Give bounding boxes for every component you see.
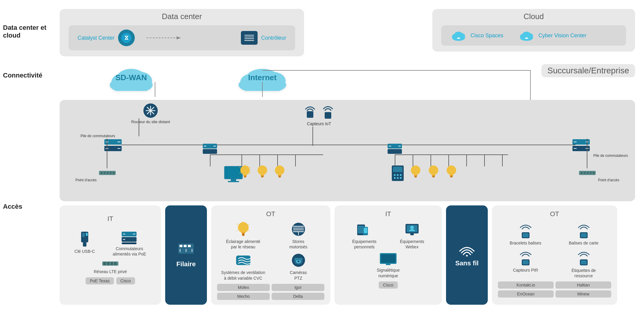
vendor-minew: Minew bbox=[555, 290, 611, 298]
map-beacon-item: Balises de carte bbox=[556, 222, 611, 246]
svg-rect-4 bbox=[243, 33, 255, 43]
vendor-enOcean: EnOcean bbox=[498, 290, 554, 298]
light-3 bbox=[273, 165, 286, 179]
svg-point-77 bbox=[394, 177, 396, 179]
internet-hline bbox=[262, 70, 531, 71]
sdwan-vline bbox=[155, 82, 155, 97]
cisco-spaces-label: Cisco Spaces bbox=[470, 32, 503, 39]
right-light-1 bbox=[409, 165, 422, 179]
light-icon-1 bbox=[239, 165, 252, 178]
svg-rect-160 bbox=[523, 260, 529, 264]
ap-right-label: Point d'accès bbox=[598, 178, 619, 182]
dashed-arrow bbox=[144, 35, 232, 41]
datacenter-title: Data center bbox=[69, 12, 295, 21]
it2-devices-top: Équipementspersonnels ÉquipementsWebex bbox=[340, 222, 436, 250]
svg-point-66 bbox=[258, 165, 267, 175]
light-icon-2 bbox=[256, 165, 269, 178]
switch-poe-icon bbox=[122, 231, 137, 244]
router-group: Routeur du site distant bbox=[131, 103, 170, 124]
cloud-inner: ☁ Cisco Spaces ☁ Cyber Vision Center bbox=[441, 25, 626, 46]
svg-line-128 bbox=[237, 224, 237, 225]
light-icon-3 bbox=[273, 165, 286, 178]
svg-rect-87 bbox=[450, 175, 453, 176]
iot-sensor-2 bbox=[322, 103, 334, 119]
svg-rect-97 bbox=[584, 172, 586, 174]
succursale-title: Succursale/Entreprise bbox=[547, 66, 629, 75]
router-icon bbox=[143, 103, 158, 118]
iot-vline bbox=[312, 127, 313, 146]
svg-line-129 bbox=[249, 230, 249, 231]
right-light-2 bbox=[427, 165, 440, 179]
lte-icon bbox=[102, 260, 119, 267]
bracelet-item: Bracelets balises bbox=[498, 222, 553, 246]
keypad-icon bbox=[391, 165, 404, 182]
svg-rect-90 bbox=[101, 172, 103, 174]
signage-icon bbox=[379, 253, 397, 266]
vendor-molex: Molex bbox=[217, 284, 270, 291]
svg-line-127 bbox=[249, 224, 249, 225]
sensor-box-1 bbox=[306, 111, 314, 118]
label-connectivity: Connectivité bbox=[3, 72, 42, 79]
svg-line-64 bbox=[240, 167, 240, 168]
svg-rect-112 bbox=[103, 262, 106, 265]
cloud-title: Cloud bbox=[441, 12, 626, 21]
row-labels: Data center et cloud Connectivité Accès bbox=[3, 0, 51, 322]
svg-point-123 bbox=[238, 222, 249, 233]
it2-signage-row: Signalétiquenumérique bbox=[340, 253, 436, 278]
personal-icon bbox=[357, 222, 372, 237]
vendor-igor: Igor bbox=[272, 284, 324, 291]
blinds-label: Storesmotorisés bbox=[289, 239, 307, 250]
ot2-vendors: Kontakt.io Haltian EnOcean Minew bbox=[498, 281, 611, 298]
svg-rect-124 bbox=[242, 232, 245, 233]
tag-rect-icon bbox=[579, 259, 588, 266]
right-light-3 bbox=[445, 165, 458, 179]
svg-text:☁: ☁ bbox=[457, 35, 461, 40]
svg-rect-45 bbox=[325, 112, 331, 119]
it2-vendors: Cisco bbox=[340, 281, 436, 289]
usb-c-item: Clé USB-C bbox=[75, 231, 95, 257]
sub-switch-left bbox=[203, 143, 218, 154]
sub-switch-right-icon bbox=[388, 143, 402, 154]
svg-rect-115 bbox=[114, 262, 117, 265]
catalyst-label: Catalyst Center bbox=[78, 35, 114, 41]
ot1-vendors: Molex Igor Mecho Delta bbox=[217, 284, 324, 300]
svg-rect-158 bbox=[581, 233, 587, 237]
ap-right-icon bbox=[578, 168, 596, 177]
iot-group: Capteurs IoT bbox=[304, 103, 334, 126]
cyber-vision-cloud-icon: ☁ bbox=[518, 30, 535, 41]
svg-rect-44 bbox=[307, 111, 313, 118]
catalyst-center-item: Catalyst Center ⧖ bbox=[78, 30, 135, 46]
webex-icon bbox=[404, 222, 420, 237]
switch-left-label: Pile de commutateurs bbox=[80, 134, 115, 138]
vendor-poe-texas: PoE Texas bbox=[86, 277, 114, 284]
ot2-title: OT bbox=[498, 210, 611, 218]
connectivity-row: SD-WAN Internet Succursale/Entreprise bbox=[60, 61, 635, 97]
ap-right-group: Point d'accès bbox=[578, 168, 596, 177]
svg-rect-56 bbox=[231, 179, 236, 181]
svg-rect-84 bbox=[432, 175, 435, 176]
light-1 bbox=[239, 165, 252, 179]
label-datacenter-cloud: Data center et cloud bbox=[3, 24, 48, 40]
blinds-icon bbox=[291, 222, 306, 237]
router-down-line bbox=[139, 118, 139, 136]
svg-point-154 bbox=[466, 255, 468, 256]
svg-point-76 bbox=[400, 174, 402, 176]
network-area: Routeur du site distant Pile de commutat… bbox=[60, 100, 635, 201]
svg-rect-125 bbox=[242, 233, 244, 236]
cloud-box: Cloud ☁ Cisco Spaces bbox=[432, 9, 635, 52]
label-access: Accès bbox=[3, 203, 22, 210]
svg-point-58 bbox=[240, 165, 250, 175]
hvac-label: Systèmes de ventilationà débit variable … bbox=[221, 270, 265, 281]
ot1-devices: Éclairage alimentépar le réseau Storesmo… bbox=[217, 222, 324, 281]
cloud-right-vline bbox=[530, 70, 531, 100]
svg-rect-117 bbox=[179, 245, 182, 247]
sdwan-cloud: SD-WAN bbox=[107, 67, 155, 91]
switch-poe-label: Commutateursalimentés via PoE bbox=[113, 246, 146, 257]
router-label: Routeur du site distant bbox=[131, 120, 170, 124]
lighting-icon bbox=[236, 222, 251, 237]
svg-rect-153 bbox=[386, 264, 391, 265]
svg-rect-118 bbox=[184, 245, 187, 247]
bracelet-wifi-icon bbox=[519, 222, 532, 230]
svg-rect-91 bbox=[104, 172, 106, 174]
svg-point-69 bbox=[275, 165, 284, 175]
